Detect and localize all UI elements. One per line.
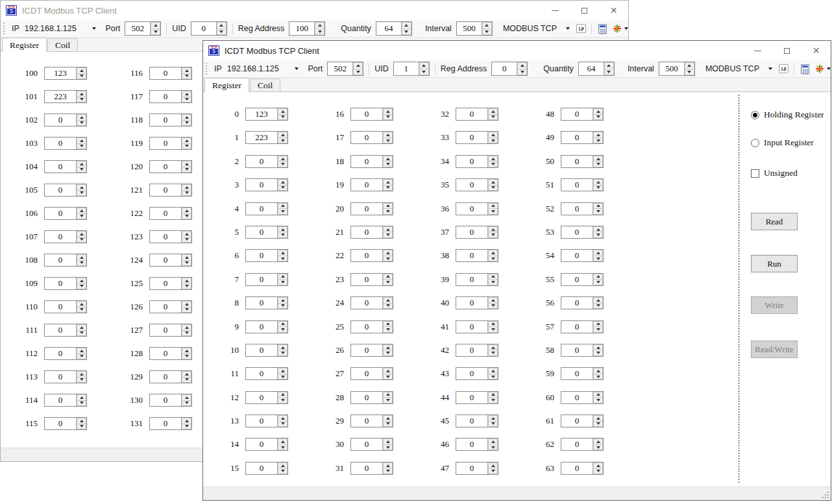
- spin-up-button[interactable]: [77, 138, 86, 144]
- reg-address-value[interactable]: 0: [492, 62, 517, 75]
- register-value[interactable]: 0: [246, 226, 277, 238]
- spin-down-button[interactable]: [488, 350, 498, 356]
- connect-panel-icon[interactable]: [779, 64, 789, 73]
- spin-down-button[interactable]: [182, 331, 191, 337]
- spin-up-button[interactable]: [278, 297, 288, 304]
- port-spinner[interactable]: 502: [125, 21, 161, 36]
- register-value-spinbox[interactable]: 0: [245, 438, 288, 451]
- register-value[interactable]: 0: [45, 231, 76, 243]
- input-register-radio[interactable]: Input Register: [751, 138, 814, 148]
- spin-down-button[interactable]: [383, 304, 393, 309]
- register-value-spinbox[interactable]: 0: [350, 226, 393, 239]
- spin-up-button[interactable]: [593, 438, 603, 445]
- spin-down-button[interactable]: [402, 29, 411, 36]
- spin-down-button[interactable]: [278, 350, 288, 356]
- spin-up-button[interactable]: [182, 114, 191, 121]
- register-value[interactable]: 0: [150, 394, 181, 406]
- register-value[interactable]: 0: [456, 179, 487, 191]
- minimize-button[interactable]: [541, 1, 570, 20]
- register-value[interactable]: 0: [561, 321, 593, 333]
- register-value[interactable]: 0: [45, 324, 76, 336]
- register-value-spinbox[interactable]: 0: [350, 344, 393, 357]
- quantity-spinner[interactable]: 64: [376, 21, 412, 36]
- register-value[interactable]: 0: [351, 179, 382, 191]
- app-icon[interactable]: TCP5: [6, 5, 17, 16]
- spin-down-button[interactable]: [278, 468, 288, 474]
- register-value[interactable]: 0: [561, 438, 593, 450]
- spin-down-button[interactable]: [182, 424, 191, 430]
- quantity-value[interactable]: 64: [376, 22, 401, 35]
- register-value[interactable]: 0: [45, 184, 76, 196]
- spin-down-button[interactable]: [278, 422, 288, 427]
- port-value[interactable]: 502: [125, 22, 150, 35]
- spin-up-button[interactable]: [488, 274, 498, 280]
- register-value-spinbox[interactable]: 0: [44, 394, 87, 407]
- spin-down-button[interactable]: [278, 280, 288, 285]
- register-value[interactable]: 0: [45, 348, 76, 359]
- spin-up-button[interactable]: [488, 344, 498, 351]
- toolbar-grip-handle[interactable]: [3, 23, 5, 34]
- register-value[interactable]: 0: [246, 438, 277, 450]
- register-value[interactable]: 0: [351, 438, 382, 450]
- register-value[interactable]: 0: [351, 321, 382, 333]
- spin-down-button[interactable]: [182, 284, 191, 290]
- register-value[interactable]: 0: [150, 114, 181, 126]
- register-value-spinbox[interactable]: 0: [149, 394, 192, 407]
- spin-up-button[interactable]: [488, 250, 498, 256]
- register-value-spinbox[interactable]: 0: [149, 137, 192, 150]
- register-value[interactable]: 0: [561, 226, 593, 238]
- register-value-spinbox[interactable]: 123: [44, 67, 87, 80]
- register-value-spinbox[interactable]: 0: [44, 324, 87, 337]
- register-value[interactable]: 0: [561, 344, 593, 356]
- spin-down-button[interactable]: [383, 327, 393, 333]
- register-value[interactable]: 0: [45, 278, 76, 289]
- spin-down-button[interactable]: [593, 162, 603, 167]
- register-value-spinbox[interactable]: 0: [149, 90, 192, 103]
- ip-combobox[interactable]: 192.168.1.125: [25, 21, 97, 36]
- spin-down-button[interactable]: [182, 144, 191, 150]
- spin-up-button[interactable]: [151, 22, 160, 29]
- spin-up-button[interactable]: [383, 462, 393, 469]
- spin-down-button[interactable]: [488, 232, 498, 238]
- spin-up-button[interactable]: [278, 274, 288, 280]
- register-value-spinbox[interactable]: 0: [456, 131, 498, 144]
- spin-down-button[interactable]: [278, 256, 288, 262]
- spin-down-button[interactable]: [278, 374, 288, 380]
- register-value-spinbox[interactable]: 0: [350, 391, 393, 404]
- register-value-spinbox[interactable]: 0: [245, 178, 288, 191]
- spin-up-button[interactable]: [383, 274, 393, 280]
- quantity-spinner[interactable]: 64: [578, 62, 615, 76]
- spin-down-button[interactable]: [182, 307, 191, 313]
- spin-up-button[interactable]: [278, 321, 288, 328]
- spin-down-button[interactable]: [593, 256, 603, 262]
- register-value[interactable]: 0: [456, 297, 487, 309]
- spin-down-button[interactable]: [77, 237, 86, 243]
- spin-down-button[interactable]: [593, 280, 603, 285]
- spin-down-button[interactable]: [182, 261, 191, 267]
- register-value[interactable]: 0: [45, 418, 76, 429]
- register-value[interactable]: 0: [456, 274, 487, 285]
- spin-down-button[interactable]: [488, 186, 498, 191]
- spin-up-button[interactable]: [182, 91, 191, 97]
- spin-up-button[interactable]: [383, 203, 393, 210]
- register-value-spinbox[interactable]: 0: [149, 347, 192, 360]
- register-value-spinbox[interactable]: 0: [245, 296, 288, 309]
- register-value[interactable]: 0: [45, 371, 76, 383]
- spin-down-button[interactable]: [593, 468, 603, 474]
- spin-down-button[interactable]: [77, 261, 86, 267]
- spin-up-button[interactable]: [383, 297, 393, 304]
- spin-down-button[interactable]: [182, 237, 191, 243]
- register-value[interactable]: 0: [45, 394, 76, 406]
- register-value-spinbox[interactable]: 0: [44, 370, 87, 383]
- spin-down-button[interactable]: [182, 74, 191, 80]
- register-value-spinbox[interactable]: 0: [456, 320, 498, 333]
- toolbar-grip-handle[interactable]: [206, 63, 208, 75]
- maximize-button[interactable]: [570, 1, 599, 20]
- register-value-spinbox[interactable]: 0: [456, 462, 498, 475]
- spin-down-button[interactable]: [593, 374, 603, 380]
- register-value[interactable]: 0: [456, 108, 487, 120]
- spin-up-button[interactable]: [383, 226, 393, 233]
- title-bar[interactable]: TCP5 ICDT Modbus TCP Client ✕: [203, 41, 831, 60]
- register-value-spinbox[interactable]: 123: [245, 108, 288, 121]
- spin-down-button[interactable]: [593, 422, 603, 427]
